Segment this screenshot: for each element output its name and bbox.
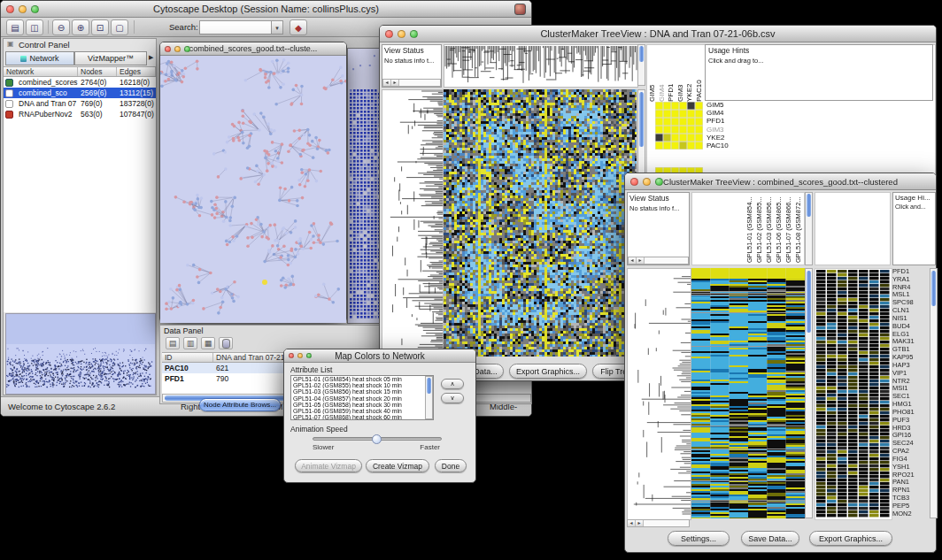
gene-label[interactable]: PHO81 <box>892 409 930 417</box>
gene-label[interactable]: SEC24 <box>892 440 930 448</box>
scroll-thumb[interactable] <box>807 271 811 333</box>
zoom-fit-icon[interactable]: ⊡ <box>91 19 109 35</box>
gene-label[interactable]: GTB1 <box>892 346 930 354</box>
gene-label[interactable]: PFD1 <box>892 268 930 276</box>
scroll-thumb[interactable] <box>427 378 431 394</box>
attribute-item[interactable]: GPL51-07 (GSM868) heat shock 60 min <box>291 414 424 420</box>
export-graphics-button[interactable]: Export Graphics... <box>809 531 892 546</box>
close-button[interactable] <box>385 30 393 38</box>
zoom-button[interactable] <box>184 46 190 52</box>
close-button[interactable] <box>289 353 294 358</box>
attribute-item[interactable]: GPL51-02 (GSM855) heat shock 10 min <box>291 382 424 388</box>
row-dendrogram-canvas[interactable] <box>382 89 444 355</box>
matrix-gene-label[interactable]: YKE2 <box>706 134 729 142</box>
matrix-gene-label[interactable]: PAC10 <box>706 142 729 150</box>
network-row[interactable]: combined_scores 2764(0) 16218(0) <box>4 77 156 88</box>
scroll-right-arrow[interactable]: ▸ <box>637 257 645 264</box>
network-view-titlebar[interactable]: combined_scores_good.txt--cluste... <box>160 42 346 56</box>
minimize-button[interactable] <box>643 178 651 186</box>
scroll-track[interactable] <box>645 257 688 264</box>
gene-label[interactable]: MON2 <box>892 510 930 518</box>
secondary-heatmap-canvas[interactable] <box>815 268 892 520</box>
export-graphics-button[interactable]: Export Graphics... <box>509 364 587 379</box>
close-button[interactable] <box>6 5 14 13</box>
open-session-icon[interactable]: ▤ <box>6 19 24 35</box>
scroll-track[interactable] <box>399 80 440 86</box>
gene-label[interactable]: PUF3 <box>892 417 930 425</box>
attribute-item[interactable]: GPL51-05 (GSM858) heat shock 30 min <box>291 402 424 408</box>
vizmapper-icon[interactable]: ◆ <box>290 19 307 35</box>
heatmap-vscrollbar[interactable] <box>805 268 813 518</box>
network-view-canvas[interactable] <box>160 56 346 323</box>
panel-dock-icon[interactable]: ▣ <box>7 40 15 50</box>
zoom-button[interactable] <box>410 30 418 38</box>
scroll-left-arrow[interactable]: ◂ <box>383 80 391 86</box>
treeview-combined-titlebar[interactable]: ClusterMaker TreeView : combined_scores_… <box>625 173 936 190</box>
attribute-item[interactable]: GPL51-03 (GSM856) heat shock 15 min <box>291 388 424 395</box>
database-icon[interactable] <box>219 337 233 349</box>
search-input[interactable] <box>199 20 272 35</box>
scroll-track[interactable] <box>644 520 689 526</box>
mini-hscrollbar[interactable]: ◂ ▸ <box>382 79 441 87</box>
column-dendrogram-canvas[interactable] <box>444 44 638 88</box>
attribute-item[interactable]: GPL51-04 (GSM857) heat shock 20 min <box>291 395 424 402</box>
scroll-thumb[interactable] <box>931 271 936 306</box>
attribute-listbox[interactable]: GPL51-01 (GSM854) heat shock 05 minGPL51… <box>290 375 434 420</box>
minimize-button[interactable] <box>398 30 405 38</box>
tab-overflow-arrow[interactable]: ▶ <box>149 54 153 61</box>
scroll-thumb[interactable] <box>807 194 811 217</box>
minimize-button[interactable] <box>19 5 27 13</box>
gene-label[interactable]: MSI1 <box>892 385 930 393</box>
gene-label[interactable]: MSL1 <box>892 291 930 299</box>
attribute-item[interactable]: GPL51-01 (GSM854) heat shock 05 min <box>291 376 424 382</box>
matrix-gene-label[interactable]: PFD1 <box>706 117 729 125</box>
speed-slider-thumb[interactable] <box>372 434 382 444</box>
attribute-select-icon[interactable]: ▥ <box>183 337 197 349</box>
gene-label[interactable]: TCB3 <box>892 495 930 502</box>
gene-label[interactable]: BUD4 <box>892 323 930 331</box>
mini-hscrollbar[interactable]: ◂ ▸ <box>627 519 690 527</box>
scroll-left-arrow[interactable]: ◂ <box>629 257 637 264</box>
close-button[interactable] <box>165 46 171 52</box>
mini-hscrollbar[interactable]: ◂ ▸ <box>628 257 689 265</box>
gene-label[interactable]: SPC98 <box>892 299 930 307</box>
gene-label[interactable]: YRA1 <box>892 276 930 284</box>
minimize-button[interactable] <box>174 46 181 52</box>
gene-label[interactable]: SEC1 <box>892 393 930 401</box>
minimize-button[interactable] <box>297 353 303 358</box>
network-row[interactable]: RNAPuberNov2 563(0) 107847(0) <box>4 109 156 119</box>
gene-label[interactable]: HMG1 <box>892 401 930 409</box>
correlation-matrix-canvas[interactable] <box>655 102 703 150</box>
heatmap-canvas[interactable] <box>691 268 805 518</box>
dendrogram-vscrollbar[interactable] <box>637 44 645 86</box>
attribute-table-icon[interactable]: ▤ <box>166 337 180 349</box>
network-row-selected[interactable]: combined_sco 2569(6) 13112(15) <box>4 88 156 98</box>
gene-label[interactable]: CPA2 <box>892 448 930 456</box>
scroll-right-arrow[interactable]: ▸ <box>391 80 399 86</box>
speed-slider-track[interactable] <box>313 437 442 441</box>
scroll-thumb[interactable] <box>639 46 644 62</box>
gene-label[interactable]: GPI16 <box>892 432 930 440</box>
scroll-thumb[interactable] <box>639 92 644 147</box>
attribute-grid-icon[interactable]: ▦ <box>201 337 215 349</box>
tab-vizmapper[interactable]: VizMapper™ <box>74 51 147 65</box>
birdseye-view-canvas[interactable] <box>5 313 156 395</box>
matrix-gene-label[interactable]: GIM3 <box>706 126 729 134</box>
gene-label[interactable]: ELG1 <box>892 331 930 339</box>
gene-label[interactable]: PAN1 <box>892 479 930 487</box>
network-row[interactable]: DNA and Tran 07 769(0) 183728(0) <box>4 98 156 109</box>
save-data-button[interactable]: Save Data... <box>741 531 799 546</box>
zoom-button[interactable] <box>655 178 663 186</box>
node-attribute-browser-button[interactable]: Node Attribute Brows... <box>199 398 281 411</box>
list-vscrollbar[interactable] <box>425 376 433 419</box>
gene-label[interactable]: NTR2 <box>892 378 930 386</box>
gene-label[interactable]: RPN1 <box>892 487 930 495</box>
gene-label[interactable]: HRD3 <box>892 425 930 433</box>
matrix-gene-label[interactable]: GIM4 <box>706 109 729 117</box>
scroll-right-arrow[interactable]: ▸ <box>636 520 644 526</box>
main-titlebar[interactable]: Cytoscape Desktop (Session Name: collins… <box>1 1 531 18</box>
gene-label[interactable]: MAK31 <box>892 338 930 346</box>
settings-button[interactable]: Settings... <box>668 531 730 546</box>
heatmap-canvas[interactable] <box>444 89 637 357</box>
search-dropdown-arrow[interactable]: ▾ <box>272 20 283 35</box>
